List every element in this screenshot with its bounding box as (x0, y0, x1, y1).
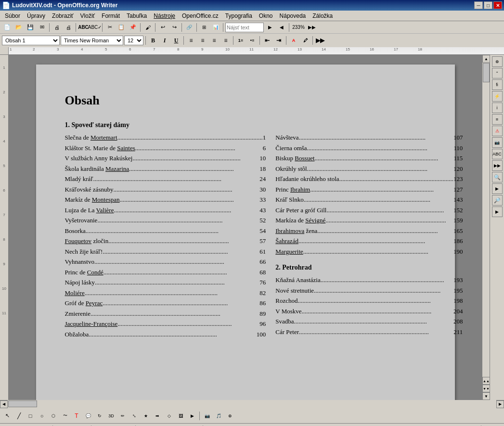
zoom-in-button[interactable]: 233% (291, 22, 306, 33)
close-button[interactable]: ✕ (493, 1, 502, 9)
indent-less-button[interactable]: ⇤ (262, 35, 272, 46)
redo-button[interactable]: ↪ (169, 22, 180, 33)
draw-bezier-button[interactable]: ✏ (117, 411, 128, 421)
draw-rect-button[interactable]: □ (25, 411, 36, 421)
print-button[interactable]: 🖨 (63, 22, 74, 33)
draw-insert-media-button[interactable]: 🎵 (213, 411, 224, 421)
side-btn-10[interactable]: ▶▶ (492, 160, 503, 171)
menu-zalozka[interactable]: Záložka (310, 12, 336, 20)
undo-button[interactable]: ↩ (157, 22, 168, 33)
scroll-page-up[interactable]: ▲▲ (482, 377, 490, 385)
numbering-button[interactable]: 1≡ (235, 35, 246, 46)
draw-line-button[interactable]: ╱ (13, 411, 24, 421)
draw-select-button[interactable]: ↖ (2, 411, 13, 421)
draw-flowchart-button[interactable]: ◇ (164, 411, 174, 421)
indent-more-button[interactable]: ⇥ (273, 35, 284, 46)
spellcheck-button[interactable]: ABC (78, 22, 89, 33)
scroll-page-down[interactable]: ▼▼ (482, 385, 490, 392)
scroll-up-button[interactable]: ▲ (482, 55, 490, 63)
minimize-button[interactable]: ─ (474, 1, 483, 9)
h-scroll-thumb[interactable] (8, 400, 37, 407)
side-btn-binoculars[interactable]: 🔍 (492, 172, 503, 182)
side-btn-3[interactable]: fi (492, 79, 503, 90)
zoom-out-button[interactable]: 🔍- (415, 424, 426, 426)
paste-button[interactable]: 📌 (128, 22, 138, 33)
side-btn-2[interactable]: " (492, 68, 503, 78)
draw-text-button[interactable]: T (71, 411, 82, 421)
side-btn-arrow-right[interactable]: ▶ (492, 183, 503, 194)
cut-button[interactable]: ✂ (104, 22, 115, 33)
align-left-button[interactable]: ≡ (186, 35, 196, 46)
maximize-button[interactable]: □ (484, 1, 492, 9)
side-btn-binoculars2[interactable]: 🔎 (492, 195, 503, 206)
side-btn-7[interactable]: ⚠ (492, 126, 503, 136)
align-center-button[interactable]: ≡ (197, 35, 208, 46)
find-input[interactable] (225, 23, 264, 32)
side-btn-9[interactable]: ABC (492, 149, 503, 159)
menu-vlozit[interactable]: Vložiť (78, 12, 98, 20)
menu-openoffice[interactable]: OpenOffice.cz (179, 12, 221, 20)
menu-nastroje[interactable]: Nástroje (151, 12, 178, 20)
align-justify-button[interactable]: ≡ (220, 35, 231, 46)
new-button[interactable]: 📄 (2, 22, 13, 33)
bold-button[interactable]: B (148, 35, 158, 46)
title-bar-controls[interactable]: ─ □ ✕ (474, 1, 502, 9)
scroll-down-button[interactable]: ▼ (482, 392, 490, 400)
print-preview-button[interactable]: 🖨 (52, 22, 62, 33)
find-prev-button[interactable]: ◀ (276, 22, 287, 33)
underline-button[interactable]: U (171, 35, 181, 46)
draw-block-arrow-button[interactable]: ➡ (152, 411, 163, 421)
side-btn-8[interactable]: 📷 (492, 137, 503, 148)
save-button[interactable]: 💾 (25, 22, 36, 33)
scroll-right-button[interactable]: ▶ (496, 400, 504, 408)
more-button[interactable]: ▶▶ (307, 22, 317, 33)
italic-button[interactable]: I (159, 35, 170, 46)
content-area[interactable]: Obsah 1. Spoveď starej dámy Slečna de Mo… (9, 55, 482, 400)
find-button[interactable]: ▶ (265, 22, 275, 33)
menu-upravy[interactable]: Úpravy (24, 12, 48, 20)
scroll-thumb[interactable] (483, 63, 490, 82)
draw-rotate-button[interactable]: ↻ (94, 411, 105, 421)
table-button[interactable]: ⊞ (199, 22, 209, 33)
menu-okno[interactable]: Okno (256, 12, 276, 20)
highlight-button[interactable]: 🖍 (300, 35, 310, 46)
draw-polygon-button[interactable]: ⬡ (48, 411, 59, 421)
menu-subor[interactable]: Súbor (2, 12, 23, 20)
side-btn-arrow-right2[interactable]: ▶ (492, 207, 503, 217)
menu-tabulka[interactable]: Tabuľka (124, 12, 150, 20)
draw-insert-image-button[interactable]: 📷 (202, 411, 212, 421)
menu-napoveda[interactable]: Nápoveda (277, 12, 309, 20)
more-fmt-button[interactable]: ▶▶ (315, 35, 325, 46)
draw-callout-button[interactable]: 💬 (83, 411, 93, 421)
side-btn-1[interactable]: ⊕ (492, 56, 503, 67)
draw-curve-button[interactable]: 〜 (60, 411, 70, 421)
draw-ellipse-button[interactable]: ○ (37, 411, 47, 421)
draw-connector-button[interactable]: ⤡ (129, 411, 140, 421)
align-right-button[interactable]: ≡ (209, 35, 220, 46)
style-select[interactable]: Obsah 1 (2, 36, 60, 45)
horizontal-scrollbar[interactable]: ◀ ▶ (0, 400, 504, 408)
draw-extra-button[interactable]: ⊕ (225, 411, 235, 421)
spellcheck2-button[interactable]: ABC✓ (90, 22, 100, 33)
show-draw-button[interactable]: 📊 (210, 22, 221, 33)
bullets-button[interactable]: •≡ (247, 35, 258, 46)
scroll-track[interactable] (482, 63, 490, 377)
draw-image-button[interactable]: 🖼 (175, 411, 186, 421)
size-select[interactable]: 12 (124, 36, 143, 45)
vertical-scrollbar[interactable]: ▲ ▲▲ ▼▼ ▼ (482, 55, 490, 400)
menu-zobrazit[interactable]: Zobraziť (49, 12, 77, 20)
font-color-button[interactable]: A (288, 35, 299, 46)
email-button[interactable]: ✉ (37, 22, 47, 33)
scroll-left-button[interactable]: ◀ (0, 400, 8, 408)
draw-3d-button[interactable]: 3D (106, 411, 116, 421)
open-button[interactable]: 📂 (13, 22, 24, 33)
side-btn-4[interactable]: ⚡ (492, 91, 503, 102)
zoom-in-status-button[interactable]: 🔍+ (468, 424, 479, 426)
side-btn-6[interactable]: ≡ (492, 114, 503, 125)
menu-format[interactable]: Formát (99, 12, 123, 20)
hyperlink-button[interactable]: 🔗 (184, 22, 194, 33)
font-select[interactable]: Times New Roman (61, 36, 123, 45)
menu-typografia[interactable]: Typografia (222, 12, 255, 20)
h-scroll-track[interactable] (8, 400, 496, 409)
copy-button[interactable]: 📋 (116, 22, 127, 33)
